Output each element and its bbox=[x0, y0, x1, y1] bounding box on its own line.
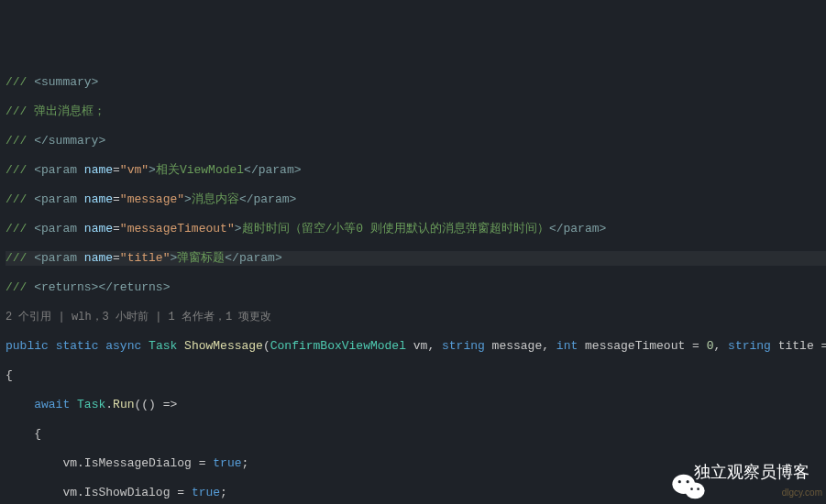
watermark: 独立观察员博客 bbox=[654, 458, 809, 486]
svg-point-2 bbox=[678, 480, 681, 483]
doc-param-message: /// <param name="message">消息内容</param> bbox=[6, 192, 826, 207]
svg-point-3 bbox=[687, 480, 689, 483]
await-line: await Task.Run(() => bbox=[6, 398, 826, 412]
wechat-icon bbox=[654, 458, 687, 486]
doc-summary-open: /// <summary> bbox=[6, 75, 826, 90]
svg-point-4 bbox=[690, 488, 693, 490]
doc-returns: /// <returns></returns> bbox=[6, 280, 826, 295]
code-editor[interactable]: /// <summary> /// 弹出消息框； /// </summary> … bbox=[0, 59, 826, 504]
watermark-text: 独立观察员博客 bbox=[694, 465, 809, 479]
corner-watermark: dlgcy.com bbox=[782, 486, 822, 500]
doc-summary-text: /// 弹出消息框； bbox=[6, 104, 826, 119]
svg-point-5 bbox=[697, 488, 699, 490]
codelens[interactable]: 2 个引用 | wlh，3 小时前 | 1 名作者，1 项更改 bbox=[6, 310, 826, 324]
lambda-brace-open: { bbox=[6, 427, 826, 442]
doc-param-timeout: /// <param name="messageTimeout">超时时间（留空… bbox=[6, 222, 826, 236]
brace-open: { bbox=[6, 368, 826, 383]
doc-param-vm: /// <param name="vm">相关ViewModel</param> bbox=[6, 163, 826, 178]
method-signature: public static async Task ShowMessage(Con… bbox=[6, 339, 826, 354]
doc-summary-close: /// </summary> bbox=[6, 134, 826, 148]
svg-point-1 bbox=[685, 483, 704, 499]
doc-param-title: /// <param name="title">弹窗标题</param> bbox=[6, 251, 826, 266]
